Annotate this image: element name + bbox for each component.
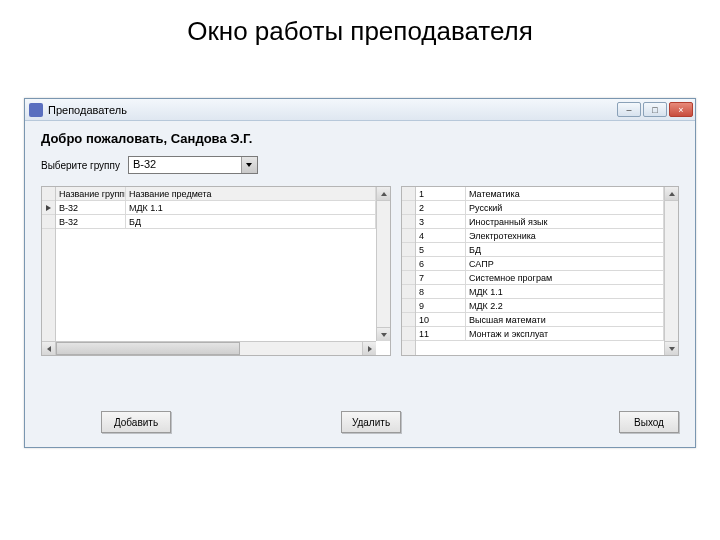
window-title: Преподаватель <box>48 104 617 116</box>
table-cell: Математика <box>466 187 664 200</box>
table-row[interactable]: 9МДК 2.2 <box>416 299 664 313</box>
table-cell: 8 <box>416 285 466 298</box>
chevron-down-icon <box>246 163 252 167</box>
welcome-text: Добро пожаловать, Сандова Э.Г. <box>41 131 679 146</box>
close-button[interactable]: × <box>669 102 693 117</box>
minimize-button[interactable]: – <box>617 102 641 117</box>
table-cell: 9 <box>416 299 466 312</box>
scroll-track[interactable] <box>665 201 678 341</box>
table-cell: Высшая математи <box>466 313 664 326</box>
right-grid-body: 1Математика2Русский3Иностранный язык4Эле… <box>416 187 664 355</box>
table-cell: 5 <box>416 243 466 256</box>
group-combobox-value: В-32 <box>129 157 241 173</box>
table-cell: Монтаж и эксплуат <box>466 327 664 340</box>
right-vertical-scrollbar[interactable] <box>664 187 678 355</box>
left-grid[interactable]: Название группы Название предмета В-32 М… <box>41 186 391 356</box>
scroll-down-button[interactable] <box>377 327 390 341</box>
group-combobox[interactable]: В-32 <box>128 156 258 174</box>
titlebar: Преподаватель – □ × <box>25 99 695 121</box>
table-cell: БД <box>466 243 664 256</box>
scroll-right-button[interactable] <box>362 342 376 355</box>
scroll-track[interactable] <box>377 201 390 327</box>
scroll-track[interactable] <box>56 342 362 355</box>
table-cell: 1 <box>416 187 466 200</box>
table-row[interactable]: 10Высшая математи <box>416 313 664 327</box>
right-grid-gutter <box>402 187 416 355</box>
table-cell: Иностранный язык <box>466 215 664 228</box>
scroll-down-button[interactable] <box>665 341 678 355</box>
client-area: Добро пожаловать, Сандова Э.Г. Выберите … <box>25 121 695 447</box>
table-cell: В-32 <box>56 215 126 228</box>
group-picker-row: Выберите группу В-32 <box>41 156 679 174</box>
grids-row: Название группы Название предмета В-32 М… <box>41 186 679 356</box>
left-vertical-scrollbar[interactable] <box>376 187 390 341</box>
table-row[interactable]: 2Русский <box>416 201 664 215</box>
table-cell: 7 <box>416 271 466 284</box>
table-cell: 6 <box>416 257 466 270</box>
slide-title: Окно работы преподавателя <box>0 0 720 61</box>
table-cell: В-32 <box>56 201 126 214</box>
group-picker-label: Выберите группу <box>41 160 120 171</box>
table-cell: МДК 1.1 <box>466 285 664 298</box>
table-row[interactable]: 11Монтаж и эксплуат <box>416 327 664 341</box>
table-row[interactable]: 8МДК 1.1 <box>416 285 664 299</box>
left-col-group: Название группы <box>56 187 126 200</box>
table-cell: БД <box>126 215 376 228</box>
buttons-row: Добавить Удалить Выход <box>41 411 679 433</box>
table-cell: САПР <box>466 257 664 270</box>
scroll-up-button[interactable] <box>377 187 390 201</box>
right-grid[interactable]: 1Математика2Русский3Иностранный язык4Эле… <box>401 186 679 356</box>
table-row[interactable]: 3Иностранный язык <box>416 215 664 229</box>
left-grid-body: Название группы Название предмета В-32 М… <box>56 187 376 341</box>
table-row[interactable]: В-32 БД <box>56 215 376 229</box>
table-row[interactable]: 7Системное програм <box>416 271 664 285</box>
add-button[interactable]: Добавить <box>101 411 171 433</box>
left-grid-gutter <box>42 187 56 341</box>
table-cell: 10 <box>416 313 466 326</box>
maximize-button[interactable]: □ <box>643 102 667 117</box>
table-cell: Системное програм <box>466 271 664 284</box>
table-cell: Электротехника <box>466 229 664 242</box>
table-cell: МДК 1.1 <box>126 201 376 214</box>
scroll-up-button[interactable] <box>665 187 678 201</box>
exit-button[interactable]: Выход <box>619 411 679 433</box>
app-icon <box>29 103 43 117</box>
table-row[interactable]: 6САПР <box>416 257 664 271</box>
table-cell: 2 <box>416 201 466 214</box>
table-row[interactable]: 1Математика <box>416 187 664 201</box>
left-grid-header: Название группы Название предмета <box>56 187 376 201</box>
table-row[interactable]: 4Электротехника <box>416 229 664 243</box>
row-pointer-icon <box>42 201 55 215</box>
table-cell: 4 <box>416 229 466 242</box>
table-row[interactable]: 5БД <box>416 243 664 257</box>
left-horizontal-scrollbar[interactable] <box>42 341 376 355</box>
table-cell: Русский <box>466 201 664 214</box>
table-cell: МДК 2.2 <box>466 299 664 312</box>
delete-button[interactable]: Удалить <box>341 411 401 433</box>
scroll-thumb[interactable] <box>56 342 240 355</box>
table-row[interactable]: В-32 МДК 1.1 <box>56 201 376 215</box>
scroll-left-button[interactable] <box>42 342 56 355</box>
app-window: Преподаватель – □ × Добро пожаловать, Са… <box>24 98 696 448</box>
combobox-arrow-button[interactable] <box>241 157 257 173</box>
left-col-subject: Название предмета <box>126 187 376 200</box>
table-cell: 11 <box>416 327 466 340</box>
table-cell: 3 <box>416 215 466 228</box>
